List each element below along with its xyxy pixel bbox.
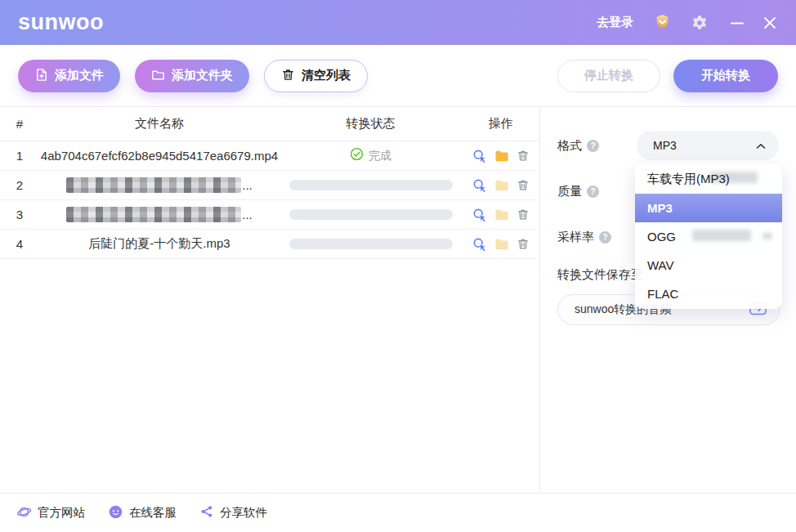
table-row: 14ab704c67efcf62b8e945d5417ea6679.mp4 完成 [0, 141, 539, 171]
customer-service-icon [108, 504, 123, 522]
filename-ellipsis: ... [242, 178, 253, 192]
format-dropdown-items: 车载专用(MP3)MP3OGGWAVFLAC [635, 165, 782, 308]
delete-trash-icon[interactable] [517, 208, 530, 221]
row-actions [462, 149, 539, 163]
minimize-button[interactable] [731, 16, 744, 29]
app-logo: sunwoo [18, 10, 104, 35]
locate-click-icon[interactable] [472, 149, 487, 163]
quality-help-icon[interactable]: ? [587, 186, 599, 198]
locate-click-icon[interactable] [472, 178, 487, 193]
format-value: MP3 [653, 139, 677, 152]
format-option[interactable]: MP3 [635, 194, 782, 222]
save-path-label: 转换文件保存至 [557, 267, 643, 283]
folder-plus-icon [151, 68, 165, 84]
title-bar: sunwoo 去登录 [0, 0, 796, 45]
login-link[interactable]: 去登录 [597, 15, 633, 30]
app-window: sunwoo 去登录 [0, 0, 796, 532]
samplerate-label-wrap: 采样率 ? [557, 230, 611, 245]
open-folder-icon[interactable] [494, 208, 509, 221]
row-actions [462, 208, 539, 222]
censored-filename [66, 177, 241, 193]
col-status-header: 转换状态 [279, 116, 462, 132]
format-option[interactable]: FLAC [635, 279, 782, 308]
format-option[interactable]: WAV [635, 251, 782, 279]
convert-status [279, 209, 462, 220]
quality-label-wrap: 质量 ? [557, 184, 599, 199]
stop-convert-label: 停止转换 [584, 68, 633, 83]
delete-trash-icon[interactable] [517, 149, 530, 163]
locate-click-icon[interactable] [472, 237, 487, 252]
progress-bar [289, 180, 453, 190]
col-actions-header: 操作 [462, 116, 539, 132]
open-folder-icon[interactable] [494, 179, 509, 192]
censored-filename [66, 207, 241, 222]
samplerate-help-icon[interactable]: ? [599, 231, 611, 244]
format-label: 格式 [557, 138, 582, 154]
add-file-label: 添加文件 [55, 68, 104, 83]
share-icon [199, 504, 214, 521]
close-button[interactable] [763, 16, 776, 29]
footer-link-website[interactable]: 官方网站 [16, 504, 85, 522]
row-index: 3 [0, 208, 39, 221]
file-name: ... [39, 207, 279, 222]
row-actions [462, 237, 539, 252]
settings-gear-icon[interactable] [691, 15, 708, 31]
settings-panel: 格式 ? MP3 质量 ? 采样率 [540, 107, 796, 493]
format-help-icon[interactable]: ? [587, 140, 599, 152]
convert-status [279, 180, 462, 190]
add-file-button[interactable]: 添加文件 [18, 60, 120, 92]
row-actions [462, 178, 539, 193]
table-row: 4后陡门的夏-十个勤天.mp3 [0, 230, 539, 259]
toolbar: 添加文件 添加文件夹 清空列表 停止 [0, 45, 796, 107]
open-folder-icon[interactable] [494, 238, 509, 251]
main-content: # 文件名称 转换状态 操作 14ab704c67efcf62b8e945d54… [0, 107, 796, 493]
clear-list-label: 清空列表 [302, 68, 351, 83]
vip-badge-icon[interactable] [653, 13, 672, 32]
footer-link-label: 分享软件 [220, 505, 267, 521]
footer-link-share[interactable]: 分享软件 [199, 504, 267, 521]
chevron-up-icon [756, 139, 766, 152]
start-convert-label: 开始转换 [701, 68, 750, 83]
delete-trash-icon[interactable] [517, 178, 530, 192]
table-row: 3 ... [0, 200, 539, 230]
table-header-row: # 文件名称 转换状态 操作 [0, 107, 539, 141]
open-folder-icon[interactable] [494, 150, 509, 163]
samplerate-label: 采样率 [557, 230, 594, 245]
footer-link-label: 在线客服 [129, 505, 177, 521]
progress-bar [289, 209, 453, 220]
convert-status [279, 239, 462, 249]
col-name-header: 文件名称 [39, 116, 279, 132]
quality-label: 质量 [557, 184, 582, 199]
filename-ellipsis: ... [242, 208, 253, 221]
stop-convert-button[interactable]: 停止转换 [557, 60, 660, 92]
row-index: 2 [0, 178, 39, 192]
col-index-header: # [0, 117, 39, 131]
format-option[interactable]: 车载专用(MP3) [635, 165, 782, 194]
add-folder-button[interactable]: 添加文件夹 [135, 60, 249, 92]
row-index: 1 [0, 149, 39, 163]
file-name: ... [39, 177, 279, 193]
format-option[interactable]: OGG [635, 222, 782, 251]
locate-click-icon[interactable] [472, 208, 487, 222]
add-folder-label: 添加文件夹 [172, 68, 233, 83]
check-circle-icon [350, 147, 364, 164]
start-convert-button[interactable]: 开始转换 [673, 60, 778, 92]
format-select[interactable]: MP3 [637, 131, 779, 160]
footer-link-support[interactable]: 在线客服 [108, 504, 177, 522]
delete-trash-icon[interactable] [517, 237, 530, 251]
file-table: # 文件名称 转换状态 操作 14ab704c67efcf62b8e945d54… [0, 107, 540, 493]
progress-bar [289, 239, 453, 249]
convert-status: 完成 [279, 147, 462, 164]
file-name: 后陡门的夏-十个勤天.mp3 [39, 236, 279, 252]
format-row: 格式 ? MP3 [540, 131, 796, 160]
status-done-label: 完成 [369, 149, 391, 163]
trash-icon [281, 68, 295, 84]
file-plus-icon [34, 68, 48, 84]
clear-list-button[interactable]: 清空列表 [264, 60, 368, 92]
file-name: 4ab704c67efcf62b8e945d5417ea6679.mp4 [39, 149, 279, 163]
footer-bar: 官方网站 在线客服 分享软件 [0, 493, 796, 532]
row-index: 4 [0, 237, 39, 251]
footer-link-label: 官方网站 [38, 505, 85, 521]
planet-icon [16, 504, 32, 522]
table-row: 2 ... [0, 171, 539, 200]
